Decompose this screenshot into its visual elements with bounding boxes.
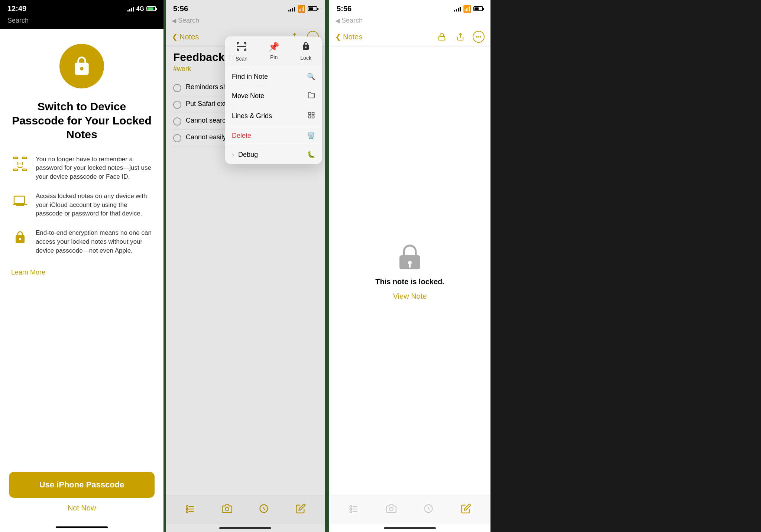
svg-point-30 [350,508,352,510]
lock-svg [71,56,92,77]
scan-icon [237,42,246,53]
ctx-pin-button[interactable]: 📌 Pin [268,42,279,62]
search-hint-3: ◀ Search [329,16,490,27]
lock-nav-icon[interactable] [435,30,448,43]
ctx-scan-button[interactable]: Scan [236,42,247,62]
feature-text-1: You no longer have to remember a passwor… [36,155,152,181]
ctx-find-note[interactable]: Find in Note 🔍 [225,67,322,86]
battery-icon-1 [146,6,156,11]
search-bar-1: Search [0,16,163,29]
pin-icon: 📌 [268,42,279,52]
move-note-label: Move Note [232,92,264,100]
ctx-lines-grids[interactable]: Lines & Grids [225,106,322,126]
nav-icons-3: ••• [435,30,485,43]
lock-screen-body: Switch to Device Passcode for Your Locke… [0,29,163,464]
trash-icon: 🗑️ [307,132,315,140]
locked-message: This note is locked. [375,278,444,286]
ctx-debug[interactable]: › Debug 🐛 [225,145,322,164]
svg-rect-7 [14,196,25,204]
grid-icon [308,111,315,121]
lock-title: Switch to Device Passcode for Your Locke… [11,100,152,142]
svg-rect-15 [312,116,314,118]
ctx-move-note[interactable]: Move Note [225,86,322,106]
find-note-label: Find in Note [232,73,268,81]
svg-point-35 [389,507,393,511]
lock-ctx-icon [301,42,310,53]
ctx-delete[interactable]: Delete 🗑️ [225,126,322,145]
back-button-3[interactable]: ❮ Notes [335,32,362,41]
more-button-3[interactable]: ••• [473,31,485,43]
search-icon: 🔍 [307,72,315,81]
svg-rect-3 [22,169,27,171]
home-indicator-1 [56,526,108,528]
svg-rect-2 [13,169,18,171]
feature-row-2: Access locked notes on any device with y… [11,192,152,218]
debug-label: › Debug [232,151,258,159]
bottom-toolbar-3 [329,496,490,524]
bug-icon: 🐛 [307,150,315,159]
time-1: 12:49 [7,4,26,13]
svg-point-29 [350,506,352,507]
compose-icon-3[interactable] [458,500,474,517]
search-label-1: Search [7,17,29,24]
svg-rect-1 [22,157,27,159]
svg-rect-0 [13,157,18,159]
svg-rect-9 [16,204,24,205]
ctx-lock-button[interactable]: Lock [300,42,311,62]
not-now-link[interactable]: Not Now [9,504,155,512]
svg-point-31 [350,511,352,513]
background-spacer [490,0,761,532]
lock-ctx-label: Lock [300,55,311,61]
encryption-lock-icon [11,228,29,246]
panel-lock-screen: 12:49 4G Search Switch to Device Passcod… [0,0,163,532]
battery-icon-3 [473,6,483,11]
laptop-icon [11,192,29,210]
context-menu: Scan 📌 Pin Lock Find in Note 🔍 [225,36,322,164]
checklist-icon-3 [346,500,362,517]
panel-locked-note: 5:56 📶 ◀ Search ❮ Notes [327,0,490,532]
status-icons-3: 📶 [454,5,483,13]
svg-point-6 [20,163,21,164]
feature-text-2: Access locked notes on any device with y… [36,192,152,218]
status-icons-1: 4G [127,6,156,12]
learn-more-link[interactable]: Learn More [11,269,45,276]
lines-grids-label: Lines & Grids [232,112,272,120]
feature-row-3: End-to-end encryption means no one can a… [11,228,152,255]
signal-icon-1 [127,6,134,12]
svg-rect-13 [312,113,314,115]
use-passcode-button[interactable]: Use iPhone Passcode [9,472,155,498]
context-top-actions: Scan 📌 Pin Lock [225,36,322,67]
signal-icon-3 [454,6,461,12]
face-id-icon [11,155,29,173]
svg-rect-14 [309,116,311,118]
pin-label: Pin [270,54,278,60]
folder-icon [308,91,315,101]
home-indicator-3 [384,527,436,529]
markup-icon-3 [420,500,437,517]
share-button-3[interactable] [454,30,467,43]
camera-icon-3 [383,500,399,517]
svg-rect-12 [309,113,311,115]
feature-row-1: You no longer have to remember a passwor… [11,155,152,181]
bottom-section-1: Use iPhone Passcode Not Now [0,464,163,523]
svg-rect-24 [439,36,445,40]
context-menu-items: Find in Note 🔍 Move Note Lines & Grids [225,67,322,164]
network-label-1: 4G [136,6,144,12]
delete-label: Delete [232,132,251,140]
lock-circle-icon [59,44,104,88]
wifi-icon-3: 📶 [463,5,471,13]
locked-note-body: This note is locked. View Note [329,46,490,496]
status-bar-3: 5:56 📶 [329,0,490,16]
status-bar-1: 12:49 4G [0,0,163,16]
time-3: 5:56 [337,4,352,13]
locked-note-icon [395,242,425,272]
back-label-3: Notes [343,33,362,41]
nav-bar-3: ❮ Notes ••• [329,27,490,46]
scan-label: Scan [236,56,247,62]
panel-note-menu: 5:56 📶 ◀ Search ❮ Notes [163,0,327,532]
view-note-button[interactable]: View Note [393,292,427,301]
feature-text-3: End-to-end encryption means no one can a… [36,228,152,255]
